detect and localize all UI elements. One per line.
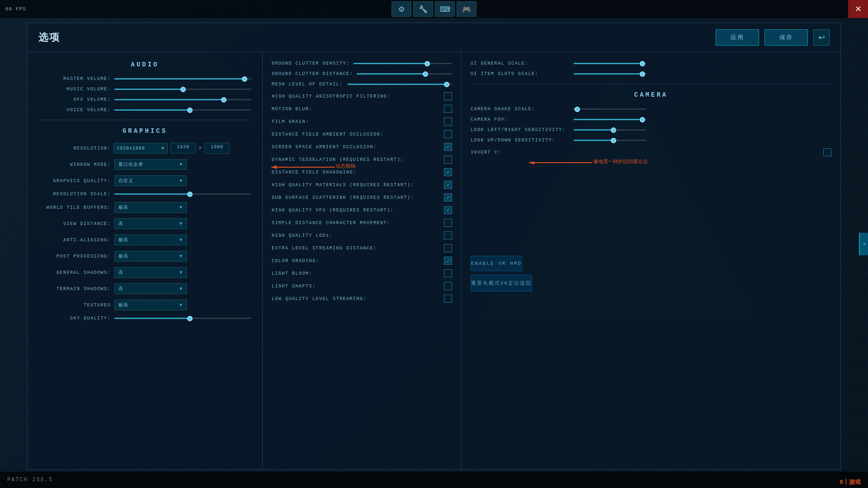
anti-alias-dropdown[interactable]: 极高 ▼ (114, 235, 187, 245)
resolution-x-separator: × (198, 145, 202, 151)
camera-shake-row: CAMERA SHAKE SCALE: (471, 107, 831, 112)
df-shadow-checkbox[interactable] (444, 168, 452, 176)
low-quality-checkbox[interactable] (444, 295, 452, 303)
resolution-dropdown[interactable]: 868x488 ▼ (113, 143, 168, 154)
world-tile-row: WORLD TILE BUFFERS: 极高 ▼ (38, 202, 251, 213)
anti-alias-row: ANTI-ALIASING: 极高 ▼ (38, 235, 251, 245)
light-bloom-checkbox[interactable] (444, 269, 452, 277)
graphics-quality-dropdown[interactable]: 自定义 ▼ (114, 175, 187, 186)
reset-button[interactable]: ↩ (813, 29, 830, 46)
camera-fov-slider[interactable] (574, 119, 646, 120)
camera-shake-slider[interactable] (574, 108, 646, 110)
sfx-volume-label: SFX VOLUME: (38, 97, 111, 102)
resolution-y-input[interactable]: 1080 (204, 143, 230, 154)
side-tab[interactable]: » (859, 233, 868, 255)
color-grading-label: COLOR GRADING: (272, 258, 440, 263)
hq-lods-row: HIGH QUALITY LODs: (272, 231, 452, 239)
ui-general-scale-label: UI GENERAL SCALE: (471, 61, 570, 66)
clutter-density-slider[interactable] (354, 63, 452, 64)
save-button[interactable]: 保存 (764, 29, 808, 46)
clutter-distance-slider[interactable] (357, 73, 452, 75)
hq-vfx-label: HIGH QUALITY VFX (REQUIRES RESTART): (272, 208, 440, 213)
voice-volume-slider[interactable] (114, 109, 251, 111)
resolution-x-input[interactable]: 1920 (170, 143, 196, 154)
hq-vfx-checkbox[interactable] (444, 206, 452, 214)
look-lr-label: LOOK LEFT/RIGHT SENSITIVITY: (471, 127, 570, 132)
look-lr-row: LOOK LEFT/RIGHT SENSITIVITY: (471, 127, 831, 132)
general-shadows-label: GENERAL SHADOWS: (38, 270, 111, 275)
textures-row: TEXTURES 极高 ▼ (38, 300, 251, 310)
audio-section-title: AUDIO (38, 61, 251, 68)
motion-blur-checkbox[interactable] (444, 105, 452, 113)
light-shafts-label: LIGHT SHAFTS: (272, 284, 440, 289)
film-grain-row: FILM GRAIN: (272, 117, 452, 126)
sfx-volume-slider[interactable] (114, 99, 251, 100)
dynamic-tess-checkbox[interactable] (444, 155, 452, 164)
invert-y-label: INVERT Y: (471, 150, 570, 155)
resolution-arrow-icon: ▼ (161, 146, 165, 151)
invert-y-checkbox[interactable] (823, 148, 831, 156)
window-mode-dropdown[interactable]: 窗口化全屏 ▼ (114, 159, 187, 170)
camera-shake-label: CAMERA SHAKE SCALE: (471, 107, 570, 112)
df-ambient-label: DISTANCE FIELD AMBIENT OCCLUSION: (272, 132, 440, 137)
general-shadows-dropdown[interactable]: 高 ▼ (114, 267, 187, 278)
simple-dist-row: SIMPLE DISTANCE CHARACTER MOVEMENT: (272, 219, 452, 227)
ss-ambient-checkbox[interactable] (444, 143, 452, 151)
enable-vr-button[interactable]: ENABLE VR HMD (471, 256, 522, 271)
sky-quality-slider[interactable] (114, 318, 251, 319)
window-mode-arrow-icon: ▼ (179, 162, 183, 167)
sub-surface-checkbox[interactable] (444, 193, 452, 202)
fps-counter: 60 FPS (0, 6, 32, 12)
watermark: 9丨游戏 (840, 478, 861, 486)
world-tile-arrow-icon: ▼ (179, 205, 183, 210)
hq-materials-checkbox[interactable] (444, 181, 452, 189)
textures-dropdown[interactable]: 极高 ▼ (114, 300, 187, 310)
df-ambient-checkbox[interactable] (444, 130, 452, 138)
reset-vr-button[interactable]: 重置头戴式VR定位追踪 (471, 275, 532, 291)
df-shadow-label: DISTANCE FIELD SHADOWING: (272, 170, 440, 175)
look-ud-slider[interactable] (574, 140, 646, 141)
world-tile-dropdown[interactable]: 极高 ▼ (114, 202, 187, 213)
mesh-lod-slider[interactable] (348, 84, 452, 85)
extra-streaming-row: EXTRA LEVEL STREAMING DISTANCE: (272, 244, 452, 252)
sky-quality-label: SKY QUALITY: (38, 316, 111, 321)
general-shadows-value: 高 (118, 269, 123, 276)
view-distance-label: VIEW DISTANCE: (38, 221, 111, 226)
resolution-scale-slider[interactable] (114, 193, 251, 195)
view-distance-row: VIEW DISTANCE: 高 ▼ (38, 218, 251, 229)
close-button[interactable]: ✕ (848, 0, 868, 18)
motion-blur-row: MOTION BLUR: (272, 105, 452, 113)
world-tile-label: WORLD TILE BUFFERS: (38, 205, 111, 210)
ui-item-slots-slider[interactable] (574, 73, 646, 75)
patch-label: PATCH 258.5 (7, 477, 53, 483)
anti-alias-value: 极高 (118, 237, 128, 243)
view-distance-dropdown[interactable]: 高 ▼ (114, 218, 187, 229)
look-lr-slider[interactable] (574, 129, 646, 131)
aniso-checkbox[interactable] (444, 92, 452, 100)
wrench-tab-button[interactable]: 🔧 (413, 1, 433, 17)
top-bar: 60 FPS ⚙ 🔧 ⌨ 🎮 ✕ (0, 0, 868, 18)
music-volume-slider[interactable] (114, 89, 251, 90)
graphics-section-title: GRAPHICS (38, 127, 251, 135)
film-grain-checkbox[interactable] (444, 117, 452, 126)
ui-general-scale-slider[interactable] (574, 63, 646, 64)
gear-tab-button[interactable]: ⚙ (392, 1, 411, 17)
color-grading-checkbox[interactable] (444, 257, 452, 265)
middle-column: GROUND CLUTTER DENSITY: GROUND CLUTTER D… (263, 52, 462, 469)
hq-materials-label: HIGH QUALITY MATERIALS (REQUIRES RESTART… (272, 183, 440, 188)
gamepad-tab-button[interactable]: 🎮 (457, 1, 476, 17)
extra-streaming-checkbox[interactable] (444, 244, 452, 252)
terrain-shadows-value: 高 (118, 286, 123, 292)
post-processing-label: POST PROCESSING: (38, 254, 111, 259)
simple-dist-checkbox[interactable] (444, 219, 452, 227)
extra-streaming-label: EXTRA LEVEL STREAMING DISTANCE: (272, 246, 440, 251)
keyboard-tab-button[interactable]: ⌨ (435, 1, 455, 17)
hq-lods-checkbox[interactable] (444, 231, 452, 239)
ss-ambient-row: SCREEN SPACE AMBIENT OCCLUSION: (272, 143, 452, 151)
apply-button[interactable]: 应用 (716, 29, 759, 46)
main-panel: 选项 应用 保存 ↩ AUDIO MASTER VOLUME: MUSIC VO… (27, 23, 841, 470)
light-shafts-checkbox[interactable] (444, 282, 452, 290)
terrain-shadows-dropdown[interactable]: 高 ▼ (114, 283, 187, 294)
post-processing-dropdown[interactable]: 极高 ▼ (114, 251, 187, 262)
master-volume-slider[interactable] (114, 78, 251, 80)
